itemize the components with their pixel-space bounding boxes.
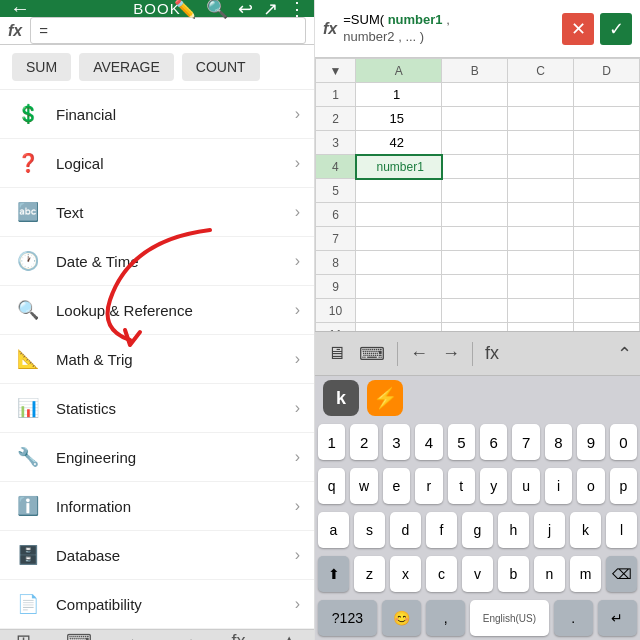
expand-button[interactable]: ⌃ <box>617 343 632 365</box>
cell-11-B[interactable] <box>442 323 508 332</box>
monitor-icon[interactable]: 🖥 <box>323 341 349 366</box>
share-icon[interactable]: ↗ <box>263 0 278 20</box>
period-key[interactable]: . <box>554 600 593 636</box>
key-u[interactable]: u <box>512 468 539 504</box>
undo-icon[interactable]: ↩ <box>238 0 253 20</box>
space-key[interactable]: English(US) <box>470 600 548 636</box>
cell-10-C[interactable] <box>508 299 574 323</box>
count-button[interactable]: COUNT <box>182 53 260 81</box>
category-item-database[interactable]: 🗄️ Database › <box>0 531 314 580</box>
key-0[interactable]: 0 <box>610 424 637 460</box>
cell-6-A[interactable] <box>356 203 442 227</box>
category-item-information[interactable]: ℹ️ Information › <box>0 482 314 531</box>
cell-11-A[interactable] <box>356 323 442 332</box>
key-q[interactable]: q <box>318 468 345 504</box>
key-g[interactable]: g <box>462 512 493 548</box>
key-t[interactable]: t <box>448 468 475 504</box>
key-a[interactable]: a <box>318 512 349 548</box>
cell-11-D[interactable] <box>574 323 640 332</box>
key-f[interactable]: f <box>426 512 457 548</box>
key-5[interactable]: 5 <box>448 424 475 460</box>
average-button[interactable]: AVERAGE <box>79 53 174 81</box>
key-n[interactable]: n <box>534 556 565 592</box>
key-3[interactable]: 3 <box>383 424 410 460</box>
key-p[interactable]: p <box>610 468 637 504</box>
key-2[interactable]: 2 <box>350 424 377 460</box>
app-icon-fx[interactable]: ⚡ <box>367 380 403 416</box>
key-j[interactable]: j <box>534 512 565 548</box>
key-r[interactable]: r <box>415 468 442 504</box>
key-y[interactable]: y <box>480 468 507 504</box>
col-header-A[interactable]: A <box>356 59 442 83</box>
cell-7-C[interactable] <box>508 227 574 251</box>
cell-6-D[interactable] <box>574 203 640 227</box>
cell-1-A[interactable]: 1 <box>356 83 442 107</box>
cancel-button[interactable]: ✕ <box>562 13 594 45</box>
emoji-key[interactable]: 😊 <box>382 600 421 636</box>
key-z[interactable]: z <box>354 556 385 592</box>
key-d[interactable]: d <box>390 512 421 548</box>
key-s[interactable]: s <box>354 512 385 548</box>
cell-4-C[interactable] <box>508 155 574 179</box>
cell-5-B[interactable] <box>442 179 508 203</box>
cell-9-C[interactable] <box>508 275 574 299</box>
cell-2-A[interactable]: 15 <box>356 107 442 131</box>
numbers-key[interactable]: ?123 <box>318 600 377 636</box>
cell-2-D[interactable] <box>574 107 640 131</box>
app-icon-k[interactable]: k <box>323 380 359 416</box>
return-key[interactable]: ↵ <box>598 600 637 636</box>
cell-4-B[interactable] <box>442 155 508 179</box>
back-button[interactable]: ← <box>10 0 30 20</box>
cell-8-B[interactable] <box>442 251 508 275</box>
cell-3-B[interactable] <box>442 131 508 155</box>
forward-arrow-icon[interactable]: → <box>438 341 464 366</box>
cell-2-B[interactable] <box>442 107 508 131</box>
cell-9-A[interactable] <box>356 275 442 299</box>
key-k[interactable]: k <box>570 512 601 548</box>
search-icon[interactable]: 🔍 <box>206 0 228 20</box>
key-7[interactable]: 7 <box>512 424 539 460</box>
cell-8-D[interactable] <box>574 251 640 275</box>
edit-icon[interactable]: ✏️ <box>174 0 196 20</box>
cell-1-D[interactable] <box>574 83 640 107</box>
cell-10-B[interactable] <box>442 299 508 323</box>
cell-9-D[interactable] <box>574 275 640 299</box>
cell-4-D[interactable] <box>574 155 640 179</box>
cell-10-A[interactable] <box>356 299 442 323</box>
key-4[interactable]: 4 <box>415 424 442 460</box>
cell-6-C[interactable] <box>508 203 574 227</box>
cell-3-D[interactable] <box>574 131 640 155</box>
category-item-datetime[interactable]: 🕐 Date & Time › <box>0 237 314 286</box>
category-item-lookup[interactable]: 🔍 Lookup & Reference › <box>0 286 314 335</box>
cell-4-A[interactable]: number1 <box>356 155 442 179</box>
key-9[interactable]: 9 <box>577 424 604 460</box>
key-m[interactable]: m <box>570 556 601 592</box>
key-h[interactable]: h <box>498 512 529 548</box>
key-e[interactable]: e <box>383 468 410 504</box>
key-l[interactable]: l <box>606 512 637 548</box>
key-v[interactable]: v <box>462 556 493 592</box>
cell-5-D[interactable] <box>574 179 640 203</box>
key-b[interactable]: b <box>498 556 529 592</box>
key-x[interactable]: x <box>390 556 421 592</box>
category-item-engineering[interactable]: 🔧 Engineering › <box>0 433 314 482</box>
cell-3-A[interactable]: 42 <box>356 131 442 155</box>
cell-8-A[interactable] <box>356 251 442 275</box>
keyboard2-icon[interactable]: ⌨ <box>355 341 389 367</box>
cell-7-D[interactable] <box>574 227 640 251</box>
category-item-mathtrig[interactable]: 📐 Math & Trig › <box>0 335 314 384</box>
backspace-key[interactable]: ⌫ <box>606 556 637 592</box>
confirm-button[interactable]: ✓ <box>600 13 632 45</box>
key-o[interactable]: o <box>577 468 604 504</box>
category-item-logical[interactable]: ❓ Logical › <box>0 139 314 188</box>
back-arrow-icon[interactable]: ← <box>406 341 432 366</box>
key-1[interactable]: 1 <box>318 424 345 460</box>
category-item-text[interactable]: 🔤 Text › <box>0 188 314 237</box>
col-header-D[interactable]: D <box>574 59 640 83</box>
formula-icon[interactable]: fx <box>232 631 246 641</box>
cell-1-C[interactable] <box>508 83 574 107</box>
comma-key[interactable]: , <box>426 600 465 636</box>
cell-7-B[interactable] <box>442 227 508 251</box>
sum-button[interactable]: SUM <box>12 53 71 81</box>
category-item-financial[interactable]: 💲 Financial › <box>0 90 314 139</box>
